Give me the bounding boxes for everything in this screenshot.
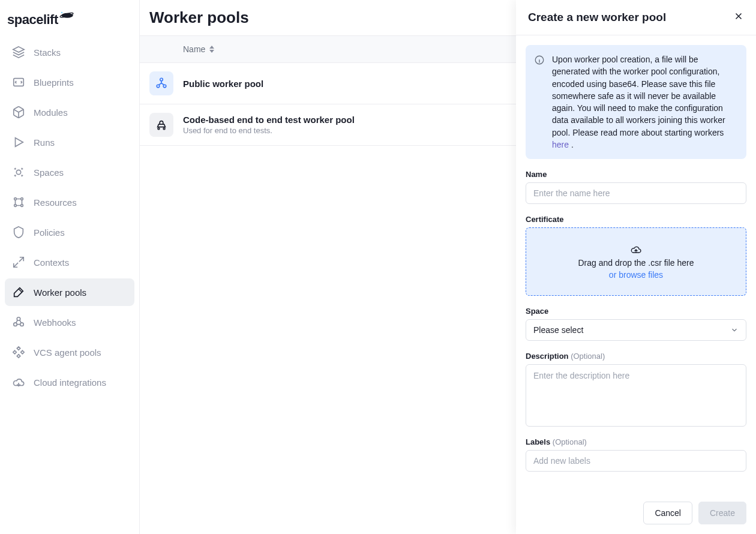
sidebar-item-modules[interactable]: Modules — [5, 98, 134, 126]
close-button[interactable] — [733, 11, 744, 24]
worker-pools-icon — [12, 286, 25, 299]
svg-point-9 — [21, 205, 23, 207]
nav: Stacks Blueprints Modules Runs Spaces Re… — [0, 37, 139, 397]
sidebar-item-label: Contexts — [34, 257, 69, 268]
svg-point-17 — [158, 128, 160, 130]
space-select[interactable]: Please select — [526, 319, 746, 341]
create-button[interactable]: Create — [698, 502, 746, 524]
description-label: Description (Optional) — [526, 352, 746, 361]
name-input[interactable] — [526, 182, 746, 204]
space-label: Space — [526, 307, 746, 316]
svg-point-18 — [163, 128, 165, 130]
blueprints-icon — [12, 76, 25, 89]
labels-label: Labels (Optional) — [526, 437, 746, 446]
sidebar-item-cloud-integrations[interactable]: Cloud integrations — [5, 368, 134, 396]
svg-marker-4 — [16, 138, 23, 147]
cloud-integrations-icon — [12, 376, 25, 389]
drawer-header: Create a new worker pool — [516, 0, 756, 35]
sidebar-item-label: Runs — [34, 137, 55, 148]
sidebar-item-label: Blueprints — [34, 77, 74, 88]
svg-point-14 — [160, 78, 163, 81]
sidebar-item-label: Policies — [34, 227, 65, 238]
vcs-agent-pools-icon — [12, 346, 25, 359]
field-certificate: Certificate Drag and drop the .csr file … — [526, 215, 746, 296]
logo[interactable]: spacelift — [0, 7, 139, 37]
create-worker-pool-drawer: Create a new worker pool Upon worker poo… — [516, 0, 756, 534]
browse-files-link[interactable]: or browse files — [609, 270, 663, 280]
space-select-value: Please select — [533, 325, 583, 335]
sidebar-item-label: VCS agent pools — [34, 347, 101, 358]
svg-point-6 — [14, 198, 17, 200]
pool-private-icon — [149, 113, 173, 137]
sidebar-item-label: Webhooks — [34, 317, 76, 328]
svg-point-7 — [21, 198, 23, 200]
svg-point-11 — [20, 323, 24, 326]
info-tail: . — [569, 140, 574, 149]
resources-icon — [12, 196, 25, 209]
description-textarea[interactable] — [526, 364, 746, 427]
sidebar-item-contexts[interactable]: Contexts — [5, 248, 134, 276]
upload-cloud-icon — [630, 244, 642, 256]
info-link[interactable]: here — [552, 140, 569, 149]
sidebar-item-resources[interactable]: Resources — [5, 188, 134, 216]
contexts-icon — [12, 256, 25, 269]
spaces-icon — [12, 166, 25, 179]
sidebar-item-label: Resources — [34, 197, 77, 208]
field-description: Description (Optional) — [526, 352, 746, 427]
cancel-button[interactable]: Cancel — [643, 502, 692, 524]
sidebar-item-spaces[interactable]: Spaces — [5, 158, 134, 186]
sidebar-item-label: Worker pools — [34, 287, 86, 298]
sidebar-item-policies[interactable]: Policies — [5, 218, 134, 246]
name-label: Name — [526, 170, 746, 179]
svg-point-5 — [16, 170, 20, 174]
sidebar-item-label: Stacks — [34, 47, 61, 58]
certificate-dropzone[interactable]: Drag and drop the .csr file here or brow… — [526, 227, 746, 296]
sidebar-item-vcs-agent-pools[interactable]: VCS agent pools — [5, 338, 134, 366]
svg-point-8 — [14, 205, 17, 207]
svg-point-2 — [61, 12, 62, 13]
sidebar-item-runs[interactable]: Runs — [5, 128, 134, 156]
page-title: Worker pools — [149, 8, 249, 27]
info-text: Upon worker pool creation, a file will b… — [552, 55, 725, 137]
labels-input[interactable] — [526, 450, 746, 472]
drawer-body: Upon worker pool creation, a file will b… — [516, 35, 756, 492]
certificate-label: Certificate — [526, 215, 746, 224]
sidebar-item-worker-pools[interactable]: Worker pools — [5, 278, 134, 306]
svg-point-10 — [14, 323, 17, 326]
dropzone-text: Drag and drop the .csr file here — [578, 258, 694, 268]
drawer-title: Create a new worker pool — [528, 11, 666, 24]
info-callout: Upon worker pool creation, a file will b… — [526, 45, 746, 159]
policies-icon — [12, 226, 25, 239]
runs-icon — [12, 136, 25, 149]
sidebar-item-label: Cloud integrations — [34, 377, 106, 388]
modules-icon — [12, 106, 25, 119]
sidebar-item-webhooks[interactable]: Webhooks — [5, 308, 134, 336]
webhooks-icon — [12, 316, 25, 329]
sidebar-item-label: Spaces — [34, 167, 64, 178]
sidebar: spacelift Stacks Blueprints Modules — [0, 0, 139, 534]
sort-icon — [209, 46, 215, 53]
brand-name: spacelift — [7, 12, 58, 28]
sidebar-item-blueprints[interactable]: Blueprints — [5, 68, 134, 96]
logo-icon — [59, 10, 75, 25]
field-space: Space Please select — [526, 307, 746, 341]
pool-public-icon — [149, 71, 173, 95]
field-labels: Labels (Optional) — [526, 437, 746, 472]
drawer-footer: Cancel Create — [516, 492, 756, 534]
chevron-down-icon — [730, 326, 739, 334]
sidebar-item-stacks[interactable]: Stacks — [5, 38, 134, 66]
field-name: Name — [526, 170, 746, 204]
sidebar-item-label: Modules — [34, 107, 68, 118]
info-icon — [534, 55, 545, 65]
stacks-icon — [12, 46, 25, 59]
close-icon — [733, 11, 744, 22]
